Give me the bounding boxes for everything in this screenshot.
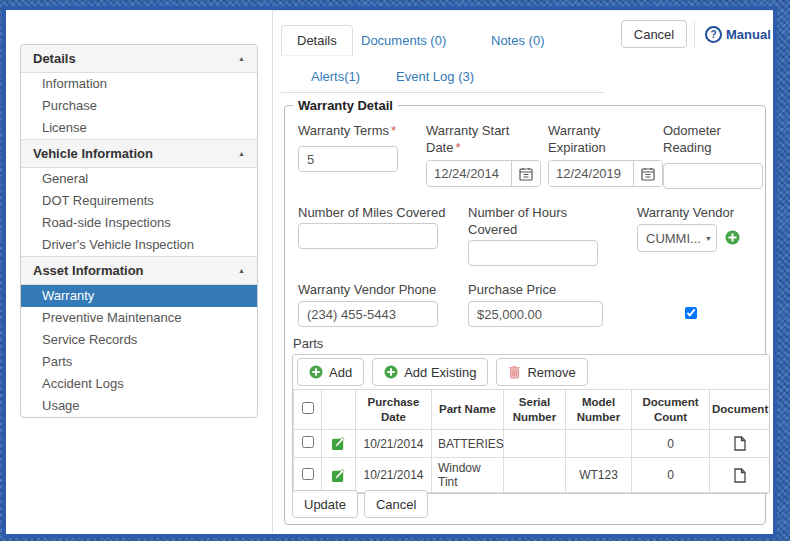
warranty-expiration-input[interactable] xyxy=(549,161,633,186)
document-cell[interactable] xyxy=(710,430,770,458)
sidebar-group-details: Details ▲ Information Purchase License xyxy=(21,45,257,139)
sidebar-group-asset-information: Asset Information ▲ Warranty Preventive … xyxy=(21,256,257,417)
update-button[interactable]: Update xyxy=(292,490,358,518)
purchase-date-cell: 10/21/2014 xyxy=(356,430,432,458)
sidebar-header-label: Vehicle Information xyxy=(33,146,153,161)
number-of-miles-covered-input[interactable] xyxy=(298,223,438,249)
serial-number-cell xyxy=(504,430,566,458)
sidebar-header-vehicle-information[interactable]: Vehicle Information ▲ xyxy=(21,139,257,168)
manual-link[interactable]: ? Manual xyxy=(705,26,771,43)
model-number-cell xyxy=(566,430,632,458)
document-count-header: Document Count xyxy=(632,390,710,430)
sidebar-header-details[interactable]: Details ▲ xyxy=(21,45,257,73)
sidebar-item-road-side-inspections[interactable]: Road-side Inspections xyxy=(21,212,257,234)
tab-details[interactable]: Details xyxy=(281,25,353,56)
plus-circle-icon xyxy=(309,365,323,379)
warranty-vendor-select[interactable]: CUMMI... ▼ xyxy=(637,224,717,252)
document-count-cell: 0 xyxy=(632,430,710,458)
serial-number-cell xyxy=(504,458,566,493)
warranty-expiration-group xyxy=(548,160,663,187)
sidebar-item-accident-logs[interactable]: Accident Logs xyxy=(21,373,257,395)
sidebar-item-warranty[interactable]: Warranty xyxy=(21,285,257,307)
edit-cell[interactable] xyxy=(322,430,356,458)
covered-checkbox[interactable] xyxy=(685,307,697,319)
part-name-cell: Window Tint xyxy=(432,458,504,493)
edit-column-header xyxy=(322,390,356,430)
required-mark: * xyxy=(391,123,396,138)
parts-header-row: Purchase Date Part Name Serial Number Mo… xyxy=(294,390,770,430)
warranty-start-date-group xyxy=(426,160,541,187)
model-number-header: Model Number xyxy=(566,390,632,430)
collapse-arrow-icon[interactable]: ▲ xyxy=(238,150,245,157)
sidebar-item-license[interactable]: License xyxy=(21,117,257,139)
add-existing-part-button[interactable]: Add Existing xyxy=(372,358,488,386)
sidebar-item-service-records[interactable]: Service Records xyxy=(21,329,257,351)
tab-event-log[interactable]: Event Log (3) xyxy=(396,69,474,84)
serial-number-header: Serial Number xyxy=(504,390,566,430)
parts-toolbar: Add Add Existing Remove xyxy=(293,355,769,389)
calendar-icon[interactable] xyxy=(511,161,540,186)
row-checkbox[interactable] xyxy=(302,436,314,448)
part-name-cell: BATTERIES xyxy=(432,430,504,458)
sidebar-item-preventive-maintenance[interactable]: Preventive Maintenance xyxy=(21,307,257,329)
purchase-price-input[interactable] xyxy=(468,301,603,327)
select-all-checkbox[interactable] xyxy=(302,402,314,414)
main-content: Details Documents (0) Notes (0) Alerts(1… xyxy=(272,10,773,533)
purchase-price-label: Purchase Price xyxy=(468,281,588,298)
warranty-terms-input[interactable] xyxy=(298,146,398,172)
form-cancel-button[interactable]: Cancel xyxy=(364,490,428,518)
collapse-arrow-icon[interactable]: ▲ xyxy=(238,267,245,274)
document-cell[interactable] xyxy=(710,458,770,493)
cancel-button[interactable]: Cancel xyxy=(621,20,687,48)
trash-icon xyxy=(508,365,521,379)
tab-notes[interactable]: Notes (0) xyxy=(491,33,544,48)
model-number-cell: WT123 xyxy=(566,458,632,493)
manual-label: Manual xyxy=(726,27,771,42)
sidebar-header-asset-information[interactable]: Asset Information ▲ xyxy=(21,256,257,285)
required-mark: * xyxy=(455,140,460,155)
purchase-date-cell: 10/21/2014 xyxy=(356,458,432,493)
warranty-vendor-selected-value: CUMMI... xyxy=(646,231,701,246)
sidebar-item-dot-requirements[interactable]: DOT Requirements xyxy=(21,190,257,212)
row-checkbox[interactable] xyxy=(302,468,314,480)
sidebar-item-usage[interactable]: Usage xyxy=(21,395,257,417)
warranty-vendor-phone-input[interactable] xyxy=(298,301,438,327)
odometer-reading-input[interactable] xyxy=(663,163,763,189)
document-icon xyxy=(734,436,746,451)
document-icon xyxy=(734,468,746,483)
collapse-arrow-icon[interactable]: ▲ xyxy=(238,55,245,62)
odometer-reading-label: Odometer Reading xyxy=(663,122,733,156)
warranty-expiration-label: Warranty Expiration xyxy=(548,122,620,156)
warranty-start-date-label: Warranty Start Date* xyxy=(426,122,516,156)
warranty-detail-legend: Warranty Detail xyxy=(293,98,398,113)
chevron-down-icon: ▼ xyxy=(705,235,712,242)
add-vendor-button[interactable] xyxy=(725,230,740,245)
warranty-start-date-input[interactable] xyxy=(427,161,511,186)
sidebar-accordion: Details ▲ Information Purchase License V… xyxy=(20,44,258,418)
sidebar-item-general[interactable]: General xyxy=(21,168,257,190)
edit-cell[interactable] xyxy=(322,458,356,493)
parts-section-label: Parts xyxy=(293,336,323,351)
tab-documents[interactable]: Documents (0) xyxy=(361,33,446,48)
app-window: Details ▲ Information Purchase License V… xyxy=(2,6,777,538)
number-of-hours-covered-label: Number of Hours Covered xyxy=(468,204,576,238)
document-count-cell: 0 xyxy=(632,458,710,493)
sidebar-item-parts[interactable]: Parts xyxy=(21,351,257,373)
help-question-icon: ? xyxy=(705,26,722,43)
sidebar-group-vehicle-information: Vehicle Information ▲ General DOT Requir… xyxy=(21,139,257,256)
calendar-icon[interactable] xyxy=(633,161,662,186)
warranty-vendor-label: Warranty Vendor xyxy=(637,204,757,221)
sidebar-item-drivers-vehicle-inspection[interactable]: Driver's Vehicle Inspection xyxy=(21,234,257,256)
sidebar-item-information[interactable]: Information xyxy=(21,73,257,95)
edit-icon xyxy=(331,436,346,451)
number-of-hours-covered-input[interactable] xyxy=(468,240,598,266)
tabs-divider xyxy=(281,92,603,93)
purchase-date-header: Purchase Date xyxy=(356,390,432,430)
warranty-terms-label: Warranty Terms* xyxy=(298,122,418,139)
form-actions: Update Cancel xyxy=(292,490,428,518)
sidebar-item-purchase[interactable]: Purchase xyxy=(21,95,257,117)
tab-alerts[interactable]: Alerts(1) xyxy=(311,69,360,84)
remove-part-button[interactable]: Remove xyxy=(496,358,587,386)
add-part-button[interactable]: Add xyxy=(297,358,364,386)
plus-circle-icon xyxy=(384,365,398,379)
